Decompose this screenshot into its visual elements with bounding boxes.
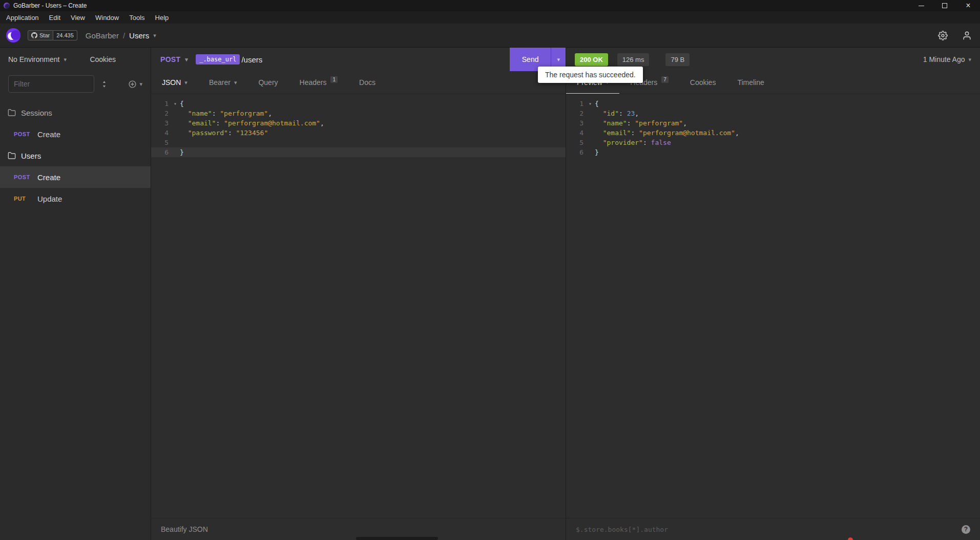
beautify-json-button[interactable]: Beautify JSON	[161, 525, 208, 533]
code-line: 3 "name": "perforgram",	[566, 118, 980, 128]
tab-body-json[interactable]: JSON ▾	[151, 71, 198, 94]
horizontal-scrollbar[interactable]	[356, 537, 438, 540]
response-age-label: 1 Minute Ago	[923, 55, 965, 63]
line-number: 2	[566, 109, 586, 118]
tab-timeline[interactable]: Timeline	[726, 71, 775, 94]
group-label: Sessions	[21, 109, 52, 117]
chevron-down-icon: ▾	[557, 56, 560, 63]
sort-button[interactable]	[100, 80, 108, 88]
menu-item-application[interactable]: Application	[1, 14, 44, 21]
sidebar-item-sessions-create[interactable]: POST Create	[0, 123, 151, 145]
fold-gutter	[586, 138, 595, 147]
chevron-down-icon: ▾	[139, 81, 142, 88]
menu-item-help[interactable]: Help	[150, 14, 174, 21]
headers-count-badge: 7	[661, 76, 669, 83]
tab-label: Query	[258, 78, 278, 87]
close-button[interactable]: ×	[956, 0, 980, 11]
minimize-icon	[919, 6, 924, 6]
response-history-dropdown[interactable]: 1 Minute Ago ▾	[923, 55, 971, 63]
tab-label: Timeline	[737, 78, 764, 87]
chevron-down-icon[interactable]: ▾	[153, 32, 156, 39]
github-star-badge[interactable]: Star 24.435	[28, 30, 77, 40]
line-number: 2	[151, 109, 171, 118]
minimize-button[interactable]	[909, 0, 933, 11]
sidebar-group-sessions[interactable]: Sessions	[0, 102, 151, 123]
request-tabs: JSON ▾ Bearer ▾ Query Headers 1 Docs	[151, 71, 566, 94]
tab-label: Bearer	[209, 78, 231, 87]
code-text: }	[180, 147, 184, 157]
sidebar-item-users-update[interactable]: PUT Update	[0, 188, 151, 209]
environment-selector[interactable]: No Environment ▾	[8, 55, 67, 63]
line-number: 3	[151, 118, 171, 128]
code-text: "email": "perforgram@hotmail.com",	[180, 118, 324, 128]
request-name: Create	[37, 130, 60, 139]
settings-gear-button[interactable]	[938, 31, 948, 40]
help-icon: ?	[964, 526, 968, 533]
tab-headers[interactable]: Headers 1	[289, 71, 348, 94]
sidebar-group-users[interactable]: Users	[0, 145, 151, 166]
code-text: }	[595, 147, 599, 157]
sidebar-item-users-create[interactable]: POST Create	[0, 166, 151, 188]
method-tag: POST	[14, 131, 37, 137]
cookies-button[interactable]: Cookies	[90, 55, 116, 63]
code-text: "provider": false	[595, 138, 671, 147]
url-path[interactable]: /users	[241, 55, 262, 64]
app-header: Star 24.435 GoBarber / Users ▾	[0, 24, 980, 48]
code-line: 5	[151, 138, 566, 147]
github-star-label: Star	[39, 32, 50, 38]
chevron-down-icon: ▾	[234, 79, 237, 86]
title-bar: GoBarber - Users – Create ×	[0, 0, 980, 11]
line-number: 5	[151, 138, 171, 147]
code-line: 2 "id": 23,	[566, 109, 980, 118]
menu-item-window[interactable]: Window	[90, 14, 124, 21]
line-number: 6	[151, 147, 171, 157]
tab-cookies[interactable]: Cookies	[679, 71, 727, 94]
maximize-button[interactable]	[933, 0, 956, 11]
base-url-tag[interactable]: _.base_url	[196, 54, 240, 64]
menu-item-edit[interactable]: Edit	[44, 14, 66, 21]
time-badge: 126 ms	[617, 53, 650, 66]
breadcrumb: GoBarber / Users ▾	[86, 31, 156, 40]
tab-label: Docs	[359, 78, 376, 87]
filter-input[interactable]	[8, 75, 94, 93]
code-line: 4 "password": "123456"	[151, 128, 566, 138]
tab-query[interactable]: Query	[247, 71, 288, 94]
request-body-editor[interactable]: 1▾{2 "name": "perforgram",3 "email": "pe…	[151, 94, 566, 518]
code-text: "password": "123456"	[180, 128, 268, 138]
account-button[interactable]	[962, 31, 972, 40]
tooltip: The request has succeeded.	[538, 67, 643, 83]
response-pane: 200 OK 126 ms 79 B 1 Minute Ago ▾ Previe…	[566, 48, 980, 540]
plus-circle-icon	[128, 80, 137, 89]
fold-gutter	[171, 109, 180, 118]
help-button[interactable]: ?	[962, 525, 970, 534]
line-number: 3	[566, 118, 586, 128]
sidebar: No Environment ▾ Cookies ▾	[0, 48, 151, 540]
fold-toggle-icon[interactable]: ▾	[586, 99, 595, 109]
breadcrumb-workspace[interactable]: GoBarber	[86, 31, 119, 40]
fold-gutter	[171, 147, 180, 157]
github-star-count: 24.435	[53, 30, 77, 40]
method-selector[interactable]: POST ▾	[160, 55, 188, 63]
environment-label: No Environment	[8, 55, 59, 63]
menu-item-view[interactable]: View	[66, 14, 90, 21]
tab-label: Headers	[300, 78, 327, 87]
code-text: "name": "perforgram",	[595, 118, 687, 128]
code-line: 6}	[566, 147, 980, 157]
response-body-editor[interactable]: 1▾{2 "id": 23,3 "name": "perforgram",4 "…	[566, 94, 980, 518]
menu-item-tools[interactable]: Tools	[124, 14, 150, 21]
close-icon: ×	[966, 2, 970, 10]
tab-docs[interactable]: Docs	[348, 71, 386, 94]
chevron-down-icon: ▾	[184, 79, 187, 86]
tab-auth-bearer[interactable]: Bearer ▾	[198, 71, 248, 94]
fold-toggle-icon[interactable]: ▾	[171, 99, 180, 109]
request-method-label: POST	[160, 55, 180, 63]
code-line: 4 "email": "perforgram@hotmail.com",	[566, 128, 980, 138]
fold-gutter	[171, 138, 180, 147]
breadcrumb-item[interactable]: Users	[129, 31, 149, 40]
line-number: 4	[566, 128, 586, 138]
response-filter-input[interactable]	[576, 526, 962, 533]
fold-gutter	[171, 118, 180, 128]
size-badge: 79 B	[665, 53, 690, 66]
add-request-button[interactable]: ▾	[128, 80, 142, 89]
group-label: Users	[21, 152, 41, 160]
